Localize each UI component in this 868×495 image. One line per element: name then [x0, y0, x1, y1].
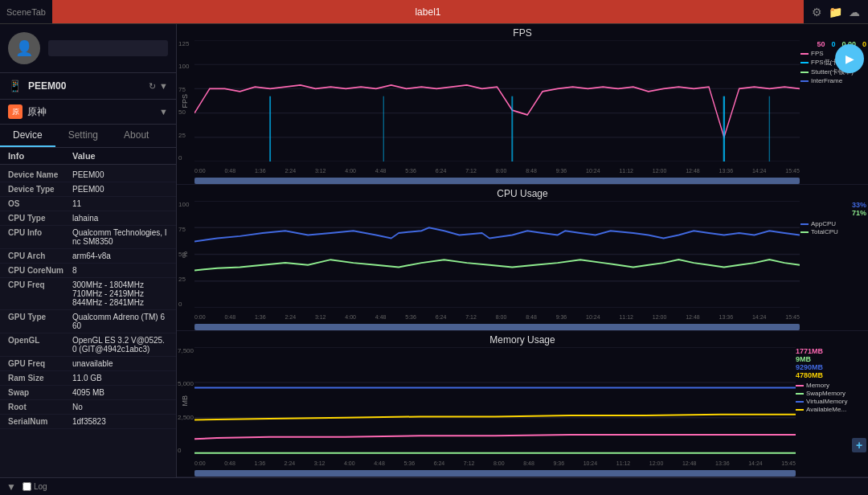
refresh-icon[interactable]: ↻ [149, 81, 156, 92]
info-row: Device Type PEEM00 [0, 182, 176, 197]
chevron-down-icon[interactable]: ▼ [159, 81, 168, 92]
info-value: Qualcomm Adreno (TM) 660 [72, 313, 168, 330]
fps-xtick: 4:48 [375, 168, 387, 174]
fps-xtick: 10:24 [586, 168, 600, 174]
cpu-xtick: 1:36 [255, 314, 266, 320]
fps-xtick: 11:12 [619, 168, 633, 174]
info-row: Ram Size 11.0 GB [0, 371, 176, 386]
play-button[interactable]: ▶ [835, 44, 864, 73]
info-value: Qualcomm Technologies, Inc SM8350 [72, 228, 168, 246]
col-value-header: Value [72, 151, 168, 161]
info-key: CPU Arch [8, 252, 72, 260]
memory-chart-area: MB 7,500 5,0 [177, 347, 868, 470]
info-table: Device Name PEEM00 Device Type PEEM00 OS… [0, 165, 176, 477]
fps-xtick: 8:48 [526, 168, 537, 174]
cpu-xtick: 0:00 [194, 314, 206, 320]
info-key: CPU Freq [8, 280, 72, 289]
app-icon: 原 [8, 104, 23, 119]
device-actions: ↻ ▼ [149, 81, 168, 92]
cpu-xtick: 12:00 [653, 314, 667, 320]
info-row: Device Name PEEM00 [0, 168, 176, 182]
scene-tab-label: SceneTab [0, 7, 52, 17]
mem-xtick: 12:00 [649, 460, 664, 466]
info-row: Root No [0, 400, 176, 415]
info-value: PEEM00 [72, 185, 168, 194]
label1-tab[interactable]: label1 [52, 0, 804, 23]
mem-ytick-2500: 2,500 [178, 414, 194, 421]
mem-xtick: 0:48 [224, 460, 235, 466]
device-name-display: PEEM00 [28, 80, 142, 92]
cpu-xtick: 4:00 [345, 314, 356, 320]
mem-xtick: 4:48 [374, 460, 385, 466]
folder-icon[interactable]: 📁 [829, 6, 842, 18]
cpu-xtick: 15:45 [785, 314, 800, 320]
expand-button[interactable]: ▼ [6, 481, 16, 493]
bottom-bar: ▼ Log [0, 477, 868, 495]
cloud-icon[interactable]: ☁ [849, 6, 860, 18]
mem-xtick: 2:24 [285, 460, 296, 466]
app-name-display: 原神 [27, 105, 154, 119]
cpu-xtick: 8:48 [526, 314, 537, 320]
info-key: Root [8, 403, 72, 411]
mem-xtick: 8:48 [523, 460, 534, 466]
tab-about[interactable]: About [111, 125, 162, 147]
memory-chart-svg [194, 347, 796, 454]
fps-xtick: 9:36 [556, 168, 567, 174]
info-value: 4095 MB [72, 388, 168, 397]
cpu-xtick: 3:12 [315, 314, 326, 320]
top-bar: SceneTab label1 ⚙ 📁 ☁ [0, 0, 868, 24]
mem-xtick: 10:24 [583, 460, 598, 466]
cpu-xtick: 14:24 [752, 314, 767, 320]
cpu-xtick: 10:24 [586, 314, 600, 320]
log-checkbox[interactable]: Log [23, 482, 47, 491]
fps-xtick: 5:36 [405, 168, 416, 174]
add-chart-button[interactable]: + [852, 438, 866, 452]
info-row: CPU Type lahaina [0, 211, 176, 226]
main: 👤 📱 PEEM00 ↻ ▼ 原 原神 ▼ Device Setting Abo… [0, 24, 868, 477]
fps-xtick: 13:36 [719, 168, 734, 174]
cpu-chart-svg [194, 201, 800, 308]
fps-scrollbar[interactable] [194, 178, 800, 184]
plus-icon: + [856, 439, 862, 452]
memory-chart-section: Memory Usage MB [177, 331, 868, 477]
col-info-header: Info [8, 151, 72, 161]
info-row: CPU CoreNum 8 [0, 264, 176, 278]
profile-section: 👤 [0, 24, 176, 73]
app-chevron-icon[interactable]: ▼ [159, 107, 168, 117]
right-panel: FPS ▶ FPS [177, 24, 868, 477]
cpu-ytick-25: 25 [178, 276, 194, 283]
info-key: GPU Type [8, 313, 72, 321]
tab-device[interactable]: Device [0, 125, 55, 147]
info-row: OS 11 [0, 197, 176, 211]
tab-setting[interactable]: Setting [55, 125, 111, 147]
log-label: Log [34, 482, 47, 491]
cpu-xtick: 9:36 [556, 314, 567, 320]
tab-bar: Device Setting About [0, 125, 176, 148]
info-value: PEEM00 [72, 170, 168, 179]
settings-icon[interactable]: ⚙ [812, 6, 822, 18]
cpu-scrollbar[interactable] [194, 324, 800, 330]
fps-xtick: 1:36 [255, 168, 266, 174]
info-row: Swap 4095 MB [0, 386, 176, 400]
fps-ytick-0: 0 [178, 154, 194, 162]
info-key: Device Type [8, 185, 72, 194]
app-selector[interactable]: 原 原神 ▼ [0, 100, 176, 125]
fps-xtick: 6:24 [436, 168, 447, 174]
device-selector[interactable]: 📱 PEEM00 ↻ ▼ [0, 73, 176, 100]
fps-xtick: 7:12 [465, 168, 477, 174]
fps-ytick-125: 125 [178, 40, 194, 47]
info-key: GPU Freq [8, 359, 72, 368]
cpu-xtick: 12:48 [686, 314, 700, 320]
mem-xtick: 1:36 [254, 460, 265, 466]
fps-xtick: 2:24 [285, 168, 296, 174]
mem-xtick: 14:24 [748, 460, 763, 466]
log-check-input[interactable] [23, 482, 31, 491]
fps-ytick-75: 75 [178, 86, 194, 93]
mem-xtick: 13:36 [715, 460, 730, 466]
mem-ytick-0: 0 [178, 447, 194, 454]
fps-ytick-100: 100 [178, 63, 194, 70]
cpu-chart-title: CPU Usage [177, 185, 868, 201]
play-icon: ▶ [845, 52, 854, 65]
fps-xtick: 3:12 [315, 168, 326, 174]
memory-scrollbar[interactable] [194, 470, 796, 477]
